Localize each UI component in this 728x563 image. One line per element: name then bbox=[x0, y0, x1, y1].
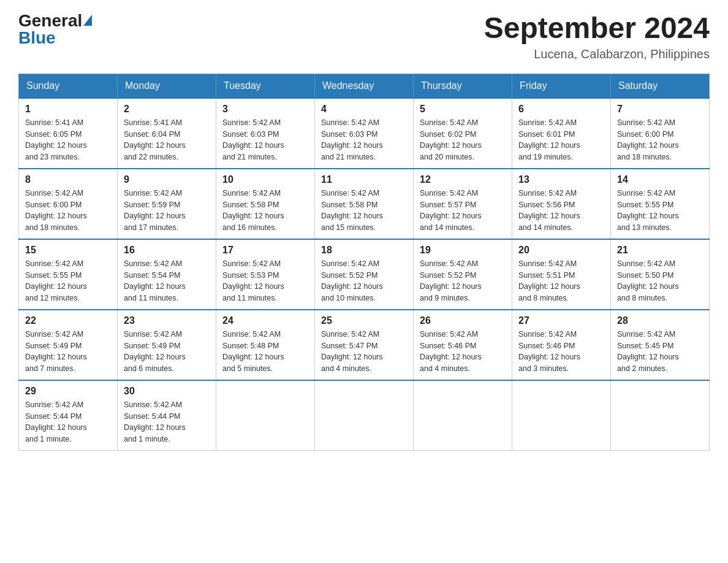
day-cell-27: 27 Sunrise: 5:42 AMSunset: 5:46 PMDaylig… bbox=[512, 310, 611, 380]
day-info: Sunrise: 5:42 AMSunset: 5:49 PMDaylight:… bbox=[25, 329, 111, 375]
day-number: 10 bbox=[222, 174, 308, 185]
col-tuesday: Tuesday bbox=[216, 74, 315, 98]
day-number: 27 bbox=[518, 315, 604, 326]
day-info: Sunrise: 5:42 AMSunset: 5:58 PMDaylight:… bbox=[222, 188, 308, 234]
day-info: Sunrise: 5:42 AMSunset: 5:44 PMDaylight:… bbox=[124, 399, 210, 445]
calendar-week-1: 1 Sunrise: 5:41 AMSunset: 6:05 PMDayligh… bbox=[19, 98, 710, 169]
day-cell-6: 6 Sunrise: 5:42 AMSunset: 6:01 PMDayligh… bbox=[512, 98, 611, 169]
day-cell-11: 11 Sunrise: 5:42 AMSunset: 5:58 PMDaylig… bbox=[315, 169, 414, 239]
day-number: 2 bbox=[124, 104, 210, 115]
day-info: Sunrise: 5:42 AMSunset: 6:01 PMDaylight:… bbox=[518, 117, 604, 163]
day-number: 17 bbox=[222, 245, 308, 256]
calendar-week-3: 15 Sunrise: 5:42 AMSunset: 5:55 PMDaylig… bbox=[19, 239, 710, 310]
day-number: 16 bbox=[124, 245, 210, 256]
day-info: Sunrise: 5:42 AMSunset: 5:46 PMDaylight:… bbox=[518, 329, 604, 375]
day-cell-13: 13 Sunrise: 5:42 AMSunset: 5:56 PMDaylig… bbox=[512, 169, 611, 239]
day-number: 20 bbox=[518, 245, 604, 256]
col-wednesday: Wednesday bbox=[315, 74, 414, 98]
calendar-header-row: Sunday Monday Tuesday Wednesday Thursday… bbox=[19, 74, 710, 98]
empty-cell bbox=[611, 380, 710, 451]
title-block: September 2024 Lucena, Calabarzon, Phili… bbox=[484, 12, 710, 61]
day-number: 7 bbox=[617, 104, 703, 115]
day-cell-20: 20 Sunrise: 5:42 AMSunset: 5:51 PMDaylig… bbox=[512, 239, 611, 310]
day-info: Sunrise: 5:42 AMSunset: 5:54 PMDaylight:… bbox=[124, 258, 210, 304]
day-info: Sunrise: 5:42 AMSunset: 6:00 PMDaylight:… bbox=[25, 188, 111, 234]
day-cell-21: 21 Sunrise: 5:42 AMSunset: 5:50 PMDaylig… bbox=[611, 239, 710, 310]
empty-cell bbox=[216, 380, 315, 451]
day-cell-18: 18 Sunrise: 5:42 AMSunset: 5:52 PMDaylig… bbox=[315, 239, 414, 310]
empty-cell bbox=[512, 380, 611, 451]
day-info: Sunrise: 5:42 AMSunset: 5:52 PMDaylight:… bbox=[321, 258, 407, 304]
empty-cell bbox=[414, 380, 512, 451]
logo-triangle-icon bbox=[83, 15, 92, 26]
day-number: 9 bbox=[124, 174, 210, 185]
day-number: 19 bbox=[420, 245, 506, 256]
day-info: Sunrise: 5:42 AMSunset: 5:51 PMDaylight:… bbox=[518, 258, 604, 304]
day-cell-9: 9 Sunrise: 5:42 AMSunset: 5:59 PMDayligh… bbox=[118, 169, 216, 239]
day-number: 25 bbox=[321, 315, 407, 326]
month-title: September 2024 bbox=[484, 12, 710, 45]
day-info: Sunrise: 5:42 AMSunset: 5:48 PMDaylight:… bbox=[222, 329, 308, 375]
col-sunday: Sunday bbox=[19, 74, 118, 98]
calendar-week-5: 29 Sunrise: 5:42 AMSunset: 5:44 PMDaylig… bbox=[19, 380, 710, 451]
day-number: 11 bbox=[321, 174, 407, 185]
day-info: Sunrise: 5:42 AMSunset: 6:02 PMDaylight:… bbox=[420, 117, 506, 163]
page-header: General Blue September 2024 Lucena, Cala… bbox=[18, 12, 710, 61]
day-cell-3: 3 Sunrise: 5:42 AMSunset: 6:03 PMDayligh… bbox=[216, 98, 315, 169]
day-info: Sunrise: 5:42 AMSunset: 5:59 PMDaylight:… bbox=[124, 188, 210, 234]
day-cell-7: 7 Sunrise: 5:42 AMSunset: 6:00 PMDayligh… bbox=[611, 98, 710, 169]
day-info: Sunrise: 5:41 AMSunset: 6:05 PMDaylight:… bbox=[25, 117, 111, 163]
logo: General Blue bbox=[18, 12, 92, 47]
day-number: 12 bbox=[420, 174, 506, 185]
day-info: Sunrise: 5:42 AMSunset: 5:49 PMDaylight:… bbox=[124, 329, 210, 375]
day-cell-19: 19 Sunrise: 5:42 AMSunset: 5:52 PMDaylig… bbox=[414, 239, 512, 310]
day-cell-2: 2 Sunrise: 5:41 AMSunset: 6:04 PMDayligh… bbox=[118, 98, 216, 169]
day-info: Sunrise: 5:42 AMSunset: 5:47 PMDaylight:… bbox=[321, 329, 407, 375]
day-cell-17: 17 Sunrise: 5:42 AMSunset: 5:53 PMDaylig… bbox=[216, 239, 315, 310]
day-number: 22 bbox=[25, 315, 111, 326]
day-cell-24: 24 Sunrise: 5:42 AMSunset: 5:48 PMDaylig… bbox=[216, 310, 315, 380]
day-cell-22: 22 Sunrise: 5:42 AMSunset: 5:49 PMDaylig… bbox=[19, 310, 118, 380]
day-cell-29: 29 Sunrise: 5:42 AMSunset: 5:44 PMDaylig… bbox=[19, 380, 118, 451]
day-number: 29 bbox=[25, 386, 111, 397]
day-cell-12: 12 Sunrise: 5:42 AMSunset: 5:57 PMDaylig… bbox=[414, 169, 512, 239]
col-monday: Monday bbox=[118, 74, 216, 98]
day-number: 21 bbox=[617, 245, 703, 256]
day-info: Sunrise: 5:42 AMSunset: 5:53 PMDaylight:… bbox=[222, 258, 308, 304]
day-number: 26 bbox=[420, 315, 506, 326]
day-number: 6 bbox=[518, 104, 604, 115]
day-cell-26: 26 Sunrise: 5:42 AMSunset: 5:46 PMDaylig… bbox=[414, 310, 512, 380]
day-cell-16: 16 Sunrise: 5:42 AMSunset: 5:54 PMDaylig… bbox=[118, 239, 216, 310]
day-cell-4: 4 Sunrise: 5:42 AMSunset: 6:03 PMDayligh… bbox=[315, 98, 414, 169]
logo-general-text: General bbox=[18, 12, 82, 29]
day-number: 14 bbox=[617, 174, 703, 185]
day-info: Sunrise: 5:42 AMSunset: 5:46 PMDaylight:… bbox=[420, 329, 506, 375]
day-number: 15 bbox=[25, 245, 111, 256]
calendar-table: Sunday Monday Tuesday Wednesday Thursday… bbox=[18, 74, 710, 451]
day-info: Sunrise: 5:42 AMSunset: 5:55 PMDaylight:… bbox=[617, 188, 703, 234]
col-saturday: Saturday bbox=[611, 74, 710, 98]
day-cell-5: 5 Sunrise: 5:42 AMSunset: 6:02 PMDayligh… bbox=[414, 98, 512, 169]
location-title: Lucena, Calabarzon, Philippines bbox=[484, 47, 710, 61]
day-cell-1: 1 Sunrise: 5:41 AMSunset: 6:05 PMDayligh… bbox=[19, 98, 118, 169]
logo-blue-text: Blue bbox=[18, 28, 56, 47]
day-info: Sunrise: 5:42 AMSunset: 5:57 PMDaylight:… bbox=[420, 188, 506, 234]
day-number: 4 bbox=[321, 104, 407, 115]
day-cell-28: 28 Sunrise: 5:42 AMSunset: 5:45 PMDaylig… bbox=[611, 310, 710, 380]
day-number: 5 bbox=[420, 104, 506, 115]
day-info: Sunrise: 5:42 AMSunset: 6:00 PMDaylight:… bbox=[617, 117, 703, 163]
day-info: Sunrise: 5:42 AMSunset: 5:45 PMDaylight:… bbox=[617, 329, 703, 375]
col-friday: Friday bbox=[512, 74, 611, 98]
day-number: 28 bbox=[617, 315, 703, 326]
day-info: Sunrise: 5:42 AMSunset: 6:03 PMDaylight:… bbox=[321, 117, 407, 163]
day-cell-15: 15 Sunrise: 5:42 AMSunset: 5:55 PMDaylig… bbox=[19, 239, 118, 310]
day-cell-8: 8 Sunrise: 5:42 AMSunset: 6:00 PMDayligh… bbox=[19, 169, 118, 239]
day-info: Sunrise: 5:42 AMSunset: 5:50 PMDaylight:… bbox=[617, 258, 703, 304]
col-thursday: Thursday bbox=[414, 74, 512, 98]
day-info: Sunrise: 5:42 AMSunset: 5:44 PMDaylight:… bbox=[25, 399, 111, 445]
day-number: 3 bbox=[222, 104, 308, 115]
day-number: 18 bbox=[321, 245, 407, 256]
day-info: Sunrise: 5:41 AMSunset: 6:04 PMDaylight:… bbox=[124, 117, 210, 163]
empty-cell bbox=[315, 380, 414, 451]
day-info: Sunrise: 5:42 AMSunset: 6:03 PMDaylight:… bbox=[222, 117, 308, 163]
